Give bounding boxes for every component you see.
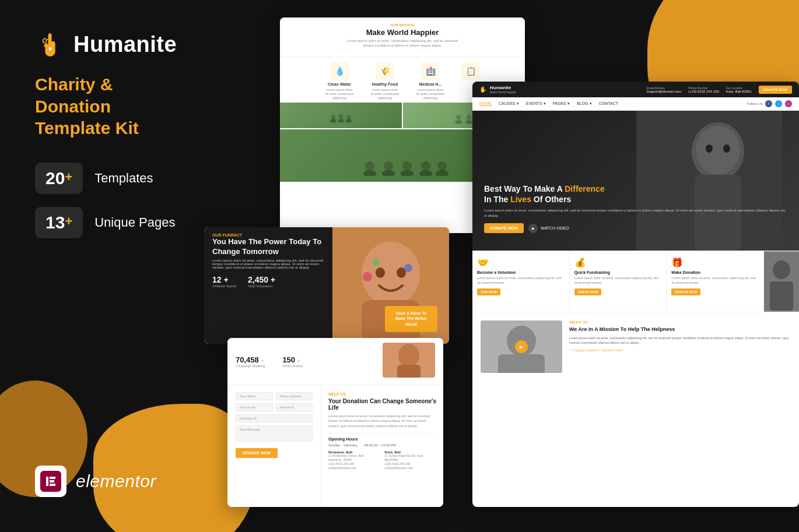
stat-children: 12 + Children Saved bbox=[212, 275, 236, 288]
fundraising-btn[interactable]: CHECK NOW bbox=[574, 288, 602, 295]
play-btn[interactable]: ▶ bbox=[515, 340, 528, 353]
small-child-image bbox=[383, 343, 435, 380]
nav-contact[interactable]: CONTACT bbox=[599, 101, 618, 106]
stats-bar: 70,458 + Campaign Building 150 + Total C… bbox=[227, 338, 443, 385]
svg-point-42 bbox=[363, 272, 372, 281]
instagram-icon[interactable]: i bbox=[785, 100, 792, 107]
svg-rect-2 bbox=[50, 477, 55, 479]
message-field[interactable]: Your Message bbox=[236, 425, 313, 442]
nav-events[interactable]: EVENTS ▾ bbox=[526, 101, 546, 106]
phone-field[interactable]: Phone Number bbox=[276, 392, 313, 400]
name-field[interactable]: Your Name bbox=[236, 392, 273, 400]
donation-text-area: HELP US Your Donation Can Change Someone… bbox=[321, 385, 443, 507]
svg-point-32 bbox=[773, 260, 790, 279]
card-donation-form: 70,458 + Campaign Building 150 + Total C… bbox=[227, 338, 443, 507]
templates-number: 20 bbox=[45, 168, 65, 188]
follow-us: Follow Us f t i bbox=[747, 100, 792, 107]
water-icon: 💧 bbox=[330, 62, 349, 80]
left-panel: Humanite Charity & Donation Template Kit… bbox=[0, 0, 216, 532]
topbar-donate-btn[interactable]: DONATE NOW bbox=[759, 86, 792, 94]
mission-image: ▶ bbox=[481, 320, 562, 373]
pages-plus: + bbox=[65, 214, 72, 229]
topbar-logo: ✋ Humanite Make World Happier bbox=[479, 85, 516, 94]
svg-point-11 bbox=[455, 120, 462, 124]
top-card-title: Make World Happier bbox=[288, 28, 517, 37]
location-grid: Denpasar, Bali Jl. Art Monday, Renon, Ba… bbox=[328, 450, 436, 470]
svg-rect-1 bbox=[46, 477, 48, 486]
email-field[interactable]: Your Email bbox=[236, 403, 273, 411]
service-volunteer: 🤝 Become a Volunteer Lorem ipsum dolor s… bbox=[472, 251, 570, 312]
service-image bbox=[764, 251, 799, 312]
nav-home[interactable]: HOME bbox=[479, 101, 492, 106]
donation-btn[interactable]: DONATE NOW bbox=[671, 288, 700, 295]
svg-point-40 bbox=[376, 267, 385, 278]
svg-point-10 bbox=[346, 115, 351, 119]
tpl-header: OUR MISSION Make World Happier Lorem ips… bbox=[280, 17, 525, 57]
form-submit-btn[interactable]: DONATE NOW bbox=[236, 448, 278, 458]
mission-text: ABOUT US We Are In A Mission To Help The… bbox=[562, 320, 791, 373]
logo-hand-icon bbox=[35, 29, 65, 59]
hours-section: Opening Hours Sunday - Saturday 06:00:00… bbox=[328, 433, 436, 450]
svg-point-29 bbox=[706, 145, 713, 153]
elementor-row: elementor bbox=[35, 466, 192, 509]
templates-badge: 20 + bbox=[35, 163, 83, 194]
nav-blog[interactable]: BLOG ▾ bbox=[577, 101, 591, 106]
svg-point-23 bbox=[436, 170, 448, 176]
svg-point-20 bbox=[402, 161, 412, 171]
name-phone-row: Your Name Phone Number bbox=[236, 392, 313, 400]
pages-badge: 13 + bbox=[35, 207, 83, 238]
pages-number: 13 bbox=[45, 213, 65, 232]
donation-to-field[interactable]: Donation To bbox=[236, 414, 313, 422]
tagline: Charity & Donation Template Kit bbox=[35, 73, 192, 139]
mission-play[interactable]: ▶ bbox=[481, 320, 562, 373]
screenshots-area: OUR MISSION Make World Happier Lorem ips… bbox=[204, 0, 799, 532]
icon-clean-water: 💧 Clean Water Lorem ipsum dolor sit amet… bbox=[325, 62, 354, 100]
fundraise-info: OUR FUNRACT You Have The Power Today To … bbox=[204, 227, 332, 344]
svg-point-19 bbox=[401, 170, 413, 176]
nav-causes[interactable]: CAUSES ▾ bbox=[499, 101, 519, 106]
svg-point-24 bbox=[437, 161, 447, 171]
twitter-icon[interactable]: t bbox=[775, 100, 782, 107]
svg-point-16 bbox=[365, 161, 374, 171]
svg-point-14 bbox=[467, 115, 472, 120]
svg-point-44 bbox=[404, 264, 412, 272]
hero-title: Best Way To Make A Difference In The Liv… bbox=[484, 184, 787, 205]
topbar-brand: Humanite bbox=[490, 85, 516, 90]
main-nav: HOME CAUSES ▾ EVENTS ▾ PAGES ▾ BLOG ▾ CO… bbox=[472, 97, 799, 111]
svg-point-6 bbox=[331, 115, 335, 119]
card-right-main: ✋ Humanite Make World Happier Email Addr… bbox=[472, 82, 799, 507]
elementor-text: elementor bbox=[76, 471, 156, 491]
location-kuta: Kuta, Bali Jl. Sunset Road No.815, Kuta,… bbox=[385, 450, 437, 470]
svg-point-30 bbox=[723, 145, 730, 153]
svg-point-43 bbox=[373, 259, 380, 266]
hero-watch-btn[interactable]: ▶ WATCH VIDEO bbox=[528, 224, 569, 233]
our-mission-label: OUR MISSION bbox=[288, 23, 517, 27]
svg-point-17 bbox=[382, 170, 395, 176]
contact-email: Email Address Support@domain.com bbox=[646, 86, 681, 93]
svg-rect-47 bbox=[397, 365, 420, 378]
hero-buttons: DONATE NOW ▶ WATCH VIDEO bbox=[484, 223, 787, 233]
form-area: Your Name Phone Number Your Email Amount… bbox=[227, 385, 443, 507]
contact-location: Our Location Kuta, Bali 80361 bbox=[726, 86, 752, 93]
volunteer-btn[interactable]: JOIN NOW bbox=[477, 288, 500, 295]
img-volunteers-1 bbox=[280, 103, 402, 128]
elementor-icon bbox=[35, 466, 66, 497]
stat-country: 150 + Total Country bbox=[282, 355, 303, 368]
play-icon: ▶ bbox=[528, 224, 538, 233]
svg-point-9 bbox=[345, 118, 352, 122]
hero-donate-btn[interactable]: DONATE NOW bbox=[484, 223, 524, 233]
contact-phone: Phone Number (+23) 8152 254 239 bbox=[688, 86, 719, 93]
donation-icon: 🎁 bbox=[671, 257, 759, 268]
main-topbar: ✋ Humanite Make World Happier Email Addr… bbox=[472, 82, 799, 97]
hero-desc: Lorem ipsum dolor sit amet, consectetur … bbox=[484, 208, 787, 219]
svg-rect-3 bbox=[50, 480, 54, 482]
topbar-hand-icon: ✋ bbox=[479, 86, 486, 93]
svg-point-28 bbox=[696, 126, 740, 175]
facebook-icon[interactable]: f bbox=[765, 100, 772, 107]
mission-section: ▶ ABOUT US We Are In A Mission To Help T… bbox=[472, 312, 799, 381]
extra-icon: 📋 bbox=[461, 62, 480, 80]
service-fundraising: 💰 Quick Fundraising Lorem ipsum dolor si… bbox=[570, 251, 667, 312]
nav-pages[interactable]: PAGES ▾ bbox=[553, 101, 570, 106]
amount-field[interactable]: Amount $ bbox=[276, 403, 313, 411]
svg-point-18 bbox=[384, 161, 393, 171]
